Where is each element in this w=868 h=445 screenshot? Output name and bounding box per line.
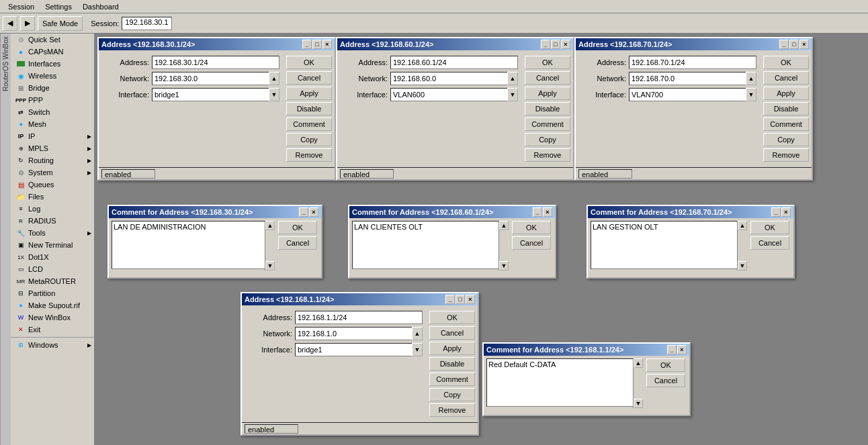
disable-btn-1[interactable]: Disable xyxy=(286,102,332,115)
safemode-button[interactable]: Safe Mode xyxy=(38,16,83,31)
network-scroll-btn-3[interactable]: ▲ xyxy=(746,72,756,85)
ok-btn-c3[interactable]: OK xyxy=(750,221,789,234)
scroll-down-c1[interactable]: ▼ xyxy=(265,261,275,270)
scroll-up-c1[interactable]: ▲ xyxy=(265,221,275,230)
address-input-1[interactable] xyxy=(152,56,279,69)
menu-settings[interactable]: Settings xyxy=(40,1,77,12)
forward-button[interactable]: ▶ xyxy=(20,16,35,31)
apply-btn-4[interactable]: Apply xyxy=(429,342,475,355)
sidebar-item-switch[interactable]: ⇄ Switch xyxy=(11,106,94,118)
address-input-3[interactable] xyxy=(629,56,756,69)
close-btn-2[interactable]: × xyxy=(561,40,570,49)
menu-session[interactable]: Session xyxy=(3,1,40,12)
sidebar-item-tools[interactable]: 🔧 Tools xyxy=(11,227,94,239)
address-dialog-3-titlebar[interactable]: Address <192.168.70.1/24> _ □ × xyxy=(576,38,812,50)
remove-btn-4[interactable]: Remove xyxy=(429,403,475,417)
sidebar-item-wireless[interactable]: ◉ Wireless xyxy=(11,70,94,82)
sidebar-item-dot1x[interactable]: 1X Dot1X xyxy=(11,251,94,263)
sidebar-item-newwinbox[interactable]: W New WinBox xyxy=(11,311,94,324)
sidebar-item-quickset[interactable]: ⚙ Quick Set xyxy=(11,34,94,46)
sidebar-item-bridge[interactable]: ⊞ Bridge xyxy=(11,82,94,94)
ok-btn-c2[interactable]: OK xyxy=(512,221,551,234)
apply-btn-2[interactable]: Apply xyxy=(525,87,570,100)
sidebar-item-ip[interactable]: IP IP xyxy=(11,130,94,142)
close-btn-1[interactable]: × xyxy=(322,40,332,49)
network-input-2[interactable] xyxy=(390,72,507,85)
copy-btn-3[interactable]: Copy xyxy=(763,133,809,146)
close-btn-c2[interactable]: × xyxy=(543,207,552,217)
comment-textarea-3[interactable]: LAN GESTION OLT xyxy=(591,221,748,269)
comment-btn-3[interactable]: Comment xyxy=(763,117,809,131)
address-input-4[interactable] xyxy=(295,311,423,324)
network-scroll-btn-2[interactable]: ▲ xyxy=(507,72,518,85)
sidebar-item-partition[interactable]: ⊟ Partition xyxy=(11,287,94,299)
network-scroll-btn-4[interactable]: ▲ xyxy=(412,327,423,340)
sidebar-item-radius[interactable]: R RADIUS xyxy=(11,215,94,227)
copy-btn-4[interactable]: Copy xyxy=(429,388,475,401)
disable-btn-2[interactable]: Disable xyxy=(525,102,570,115)
scroll-down-c3[interactable]: ▼ xyxy=(738,261,747,270)
interface-dropdown-btn-4[interactable]: ▼ xyxy=(412,343,423,356)
cancel-btn-c2[interactable]: Cancel xyxy=(512,236,551,250)
network-input-1[interactable] xyxy=(152,72,269,85)
sidebar-item-system[interactable]: ⚙ System xyxy=(11,166,94,179)
sidebar-item-routing[interactable]: ↻ Routing xyxy=(11,154,94,166)
minimize-btn-c3[interactable]: _ xyxy=(771,207,781,217)
sidebar-item-mpls[interactable]: ⊕ MPLS xyxy=(11,142,94,154)
disable-btn-3[interactable]: Disable xyxy=(763,102,809,115)
cancel-btn-1[interactable]: Cancel xyxy=(286,71,332,85)
minimize-btn-4[interactable]: _ xyxy=(445,295,455,304)
ok-btn-3[interactable]: OK xyxy=(763,56,809,69)
close-btn-3[interactable]: × xyxy=(799,40,809,49)
address-input-2[interactable] xyxy=(390,56,518,69)
comment-btn-1[interactable]: Comment xyxy=(286,117,332,131)
remove-btn-2[interactable]: Remove xyxy=(525,148,570,162)
remove-btn-1[interactable]: Remove xyxy=(286,148,332,162)
interface-dropdown-btn-2[interactable]: ▼ xyxy=(507,88,518,101)
scroll-down-c2[interactable]: ▼ xyxy=(499,261,509,270)
comment-textarea-4[interactable]: Red Default C-DATA xyxy=(486,358,644,407)
sidebar-item-mesh[interactable]: ✦ Mesh xyxy=(11,118,94,130)
copy-btn-1[interactable]: Copy xyxy=(286,133,332,146)
sidebar-item-capsman[interactable]: ● CAPsMAN xyxy=(11,46,94,58)
sidebar-item-exit[interactable]: ✕ Exit xyxy=(11,324,94,336)
interface-dropdown-btn-1[interactable]: ▼ xyxy=(269,88,279,101)
close-btn-c1[interactable]: × xyxy=(309,207,318,217)
address-dialog-2-titlebar[interactable]: Address <192.168.60.1/24> _ □ × xyxy=(337,38,573,50)
cancel-btn-2[interactable]: Cancel xyxy=(525,71,570,85)
ok-btn-c1[interactable]: OK xyxy=(278,221,317,234)
comment-textarea-1[interactable]: LAN DE ADMINISTRACION xyxy=(112,221,275,269)
scroll-up-c3[interactable]: ▲ xyxy=(738,221,747,230)
copy-btn-2[interactable]: Copy xyxy=(525,133,570,146)
network-scroll-btn-1[interactable]: ▲ xyxy=(269,72,279,85)
interface-input-2[interactable] xyxy=(390,88,507,101)
sidebar-item-makesupout[interactable]: ● Make Supout.rif xyxy=(11,299,94,311)
minimize-btn-3[interactable]: _ xyxy=(779,40,789,49)
cancel-btn-c1[interactable]: Cancel xyxy=(278,236,317,250)
close-btn-4[interactable]: × xyxy=(466,295,475,304)
remove-btn-3[interactable]: Remove xyxy=(763,148,809,162)
close-btn-c3[interactable]: × xyxy=(781,207,791,217)
back-button[interactable]: ◀ xyxy=(3,16,17,31)
menu-dashboard[interactable]: Dashboard xyxy=(77,1,124,12)
sidebar-item-interfaces[interactable]: Interfaces xyxy=(11,58,94,70)
cancel-btn-c3[interactable]: Cancel xyxy=(750,236,789,250)
interface-input-3[interactable] xyxy=(629,88,746,101)
comment-dialog-4-titlebar[interactable]: Comment for Address <192.168.1.1/24> _ × xyxy=(484,344,689,356)
address-dialog-4-titlebar[interactable]: Address <192.168.1.1/24> _ □ × xyxy=(242,293,478,305)
comment-btn-4[interactable]: Comment xyxy=(429,373,475,386)
apply-btn-3[interactable]: Apply xyxy=(763,87,809,100)
comment-dialog-3-titlebar[interactable]: Comment for Address <192.168.70.1/24> _ … xyxy=(588,206,793,218)
ok-btn-2[interactable]: OK xyxy=(525,56,570,69)
minimize-btn-2[interactable]: _ xyxy=(541,40,550,49)
interface-input-4[interactable] xyxy=(295,343,412,356)
sidebar-item-windows[interactable]: ⊞ Windows xyxy=(11,339,94,351)
sidebar-item-files[interactable]: 📁 Files xyxy=(11,191,94,203)
cancel-btn-3[interactable]: Cancel xyxy=(763,71,809,85)
ok-btn-1[interactable]: OK xyxy=(286,56,332,69)
sidebar-item-metarouter[interactable]: MR MetaROUTER xyxy=(11,275,94,287)
minimize-btn-c4[interactable]: _ xyxy=(667,345,677,354)
minimize-btn-c2[interactable]: _ xyxy=(533,207,542,217)
network-input-3[interactable] xyxy=(629,72,746,85)
scroll-up-c4[interactable]: ▲ xyxy=(634,358,643,368)
